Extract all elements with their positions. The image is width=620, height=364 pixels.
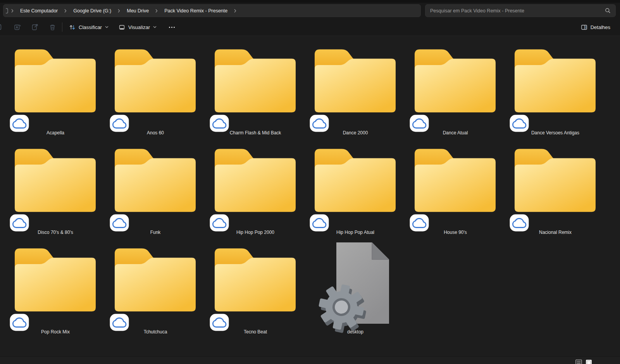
file-item[interactable]: Disco 70's & 80's [5, 142, 105, 241]
breadcrumb-item-este-computador[interactable]: Este Computador [16, 6, 62, 16]
folder-icon [510, 143, 600, 215]
folder-icon [310, 43, 400, 116]
cloud-sync-badge [210, 214, 229, 232]
delete-button[interactable] [45, 21, 60, 34]
cloud-sync-badge [210, 314, 229, 331]
large-icons-view-toggle[interactable] [586, 359, 592, 364]
folder-icon [210, 242, 300, 315]
file-item[interactable]: Nacional Remix [505, 142, 605, 241]
cloud-sync-badge [10, 314, 29, 331]
file-item[interactable]: Dance Atual [405, 42, 505, 142]
sort-button[interactable]: Classificar [65, 21, 113, 34]
file-name-label: Dance 2000 [305, 130, 405, 136]
file-name-label: Tecno Beat [205, 329, 305, 335]
file-item[interactable]: Anos 60 [105, 42, 205, 142]
status-bar [0, 356, 620, 364]
breadcrumb-item-meu-drive[interactable]: Meu Drive [123, 6, 153, 16]
file-item[interactable]: desktop [305, 241, 405, 341]
breadcrumb-item-current-folder[interactable]: Pack Video Remix - Presente [160, 6, 231, 16]
cloud-sync-badge [10, 214, 29, 232]
search-icon[interactable] [605, 8, 611, 14]
file-name-label: Tchutchuca [105, 329, 205, 335]
details-pane-icon [581, 24, 587, 31]
window-top-edge [0, 0, 620, 3]
clipped-location-icon [6, 7, 9, 14]
search-box[interactable] [425, 4, 616, 17]
folder-icon [110, 242, 200, 315]
toolbar-separator [62, 22, 62, 32]
clipped-toolbar-icon[interactable] [0, 21, 4, 34]
view-button[interactable]: Visualizar [114, 21, 161, 34]
file-name-label: Acapella [5, 130, 105, 136]
view-button-label: Visualizar [128, 24, 150, 30]
view-icon [119, 24, 125, 31]
file-name-label: Hip Hop Pop 2000 [205, 230, 305, 235]
cloud-sync-badge [310, 115, 329, 132]
cloud-sync-badge [310, 214, 329, 232]
cloud-sync-badge [510, 214, 529, 232]
chevron-right-icon[interactable] [231, 7, 239, 15]
file-item[interactable]: Tchutchuca [105, 241, 205, 341]
file-grid: Acapella Anos 60 Charm Flash & Mid Back [0, 36, 620, 341]
more-options-icon [169, 27, 170, 28]
explorer-window: { "breadcrumb": { "items": [ { "label": … [0, 0, 620, 364]
chevron-right-icon[interactable] [115, 7, 123, 15]
folder-icon [410, 143, 500, 215]
cloud-sync-badge [110, 214, 129, 232]
details-pane-button[interactable]: Detalhes [577, 21, 615, 34]
file-name-label: Anos 60 [105, 130, 205, 136]
folder-view[interactable]: Acapella Anos 60 Charm Flash & Mid Back [0, 36, 620, 356]
file-item[interactable]: Dance 2000 [305, 42, 405, 142]
system-file-icon [313, 242, 398, 335]
file-name-label: desktop [305, 329, 405, 335]
cloud-sync-badge [410, 115, 429, 132]
file-name-label: Funk [105, 230, 205, 235]
file-name-label: Disco 70's & 80's [5, 230, 105, 235]
address-bar: Este Computador Google Drive (G:) Meu Dr… [0, 3, 620, 19]
cloud-sync-badge [10, 115, 29, 132]
file-item[interactable]: House 90's [405, 142, 505, 241]
file-name-label: Nacional Remix [505, 230, 605, 235]
command-bar: Classificar Visualizar Detalhes [0, 19, 620, 36]
cloud-sync-badge [110, 314, 129, 331]
chevron-down-icon [105, 26, 108, 28]
search-input[interactable] [430, 8, 605, 14]
sort-icon [69, 24, 76, 31]
folder-icon [10, 242, 100, 315]
sort-button-label: Classificar [79, 24, 102, 30]
details-view-toggle[interactable] [575, 359, 582, 364]
cloud-sync-badge [510, 115, 529, 132]
folder-icon [110, 143, 200, 215]
file-name-label: Dance Versoes Antigas [505, 130, 605, 136]
file-item[interactable]: Acapella [5, 42, 105, 142]
file-name-label: Charm Flash & Mid Back [205, 130, 305, 136]
file-name-label: Pop Rock Mix [5, 329, 105, 335]
cloud-sync-badge [110, 115, 129, 132]
chevron-right-icon[interactable] [153, 7, 160, 15]
cloud-sync-badge [410, 214, 429, 232]
share-button[interactable] [28, 21, 42, 34]
breadcrumb: Este Computador Google Drive (G:) Meu Dr… [3, 4, 421, 17]
file-name-label: Hip Hop Pop Atual [305, 230, 405, 235]
file-item[interactable]: Charm Flash & Mid Back [205, 42, 305, 142]
file-item[interactable]: Dance Versoes Antigas [505, 42, 605, 142]
rename-button[interactable] [10, 21, 25, 34]
file-name-label: Dance Atual [405, 130, 505, 136]
folder-icon [110, 43, 200, 116]
breadcrumb-item-google-drive[interactable]: Google Drive (G:) [69, 6, 115, 16]
folder-icon [510, 43, 600, 116]
file-item[interactable]: Funk [105, 142, 205, 241]
folder-icon [410, 43, 500, 116]
file-item[interactable]: Pop Rock Mix [5, 241, 105, 341]
folder-icon [210, 143, 300, 215]
file-item[interactable]: Hip Hop Pop Atual [305, 142, 405, 241]
folder-icon [310, 143, 400, 215]
chevron-right-icon[interactable] [9, 7, 16, 15]
more-options-button[interactable] [164, 21, 179, 34]
chevron-right-icon[interactable] [62, 7, 69, 15]
file-item[interactable]: Hip Hop Pop 2000 [205, 142, 305, 241]
folder-icon [10, 143, 100, 215]
folder-icon [210, 43, 300, 116]
folder-icon [10, 43, 100, 116]
file-item[interactable]: Tecno Beat [205, 241, 305, 341]
